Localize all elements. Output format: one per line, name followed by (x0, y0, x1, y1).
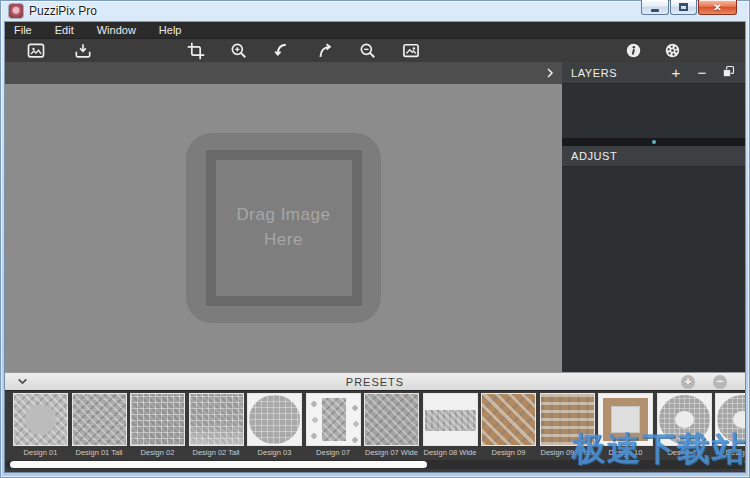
settings-button[interactable] (657, 39, 687, 63)
preset-image-circle (247, 393, 302, 446)
preset-image-tan-wide (540, 393, 595, 446)
title-bar[interactable]: PuzziPix Pro ✕ (0, 0, 750, 22)
preset-thumbnail[interactable]: Design 07 Wide (364, 393, 419, 468)
canvas-column: Drag Image Here (5, 62, 562, 372)
menu-bar: FileEditWindowHelp (5, 22, 745, 38)
app-window: PuzziPix Pro ✕ FileEditWindowHelp (0, 0, 750, 478)
undo-button[interactable] (267, 39, 297, 63)
panel-divider[interactable] (562, 138, 745, 146)
preset-image-dense (72, 393, 127, 446)
layers-actions: + − (668, 64, 736, 81)
preset-label: Design 02 Tall (189, 448, 244, 458)
crop-button[interactable] (181, 39, 211, 63)
preset-image-grid (130, 393, 185, 446)
import-image-icon (72, 41, 94, 61)
preset-image-wide-texture (364, 393, 419, 446)
menu-edit[interactable]: Edit (46, 24, 83, 36)
preset-label: Design 03 (247, 448, 302, 458)
preset-image-frame-scatter (13, 393, 68, 446)
minimize-button[interactable] (641, 0, 669, 15)
preset-image-grid-fade (189, 393, 244, 446)
chevron-right-icon (544, 67, 556, 79)
duplicate-layer-button[interactable] (720, 64, 736, 81)
info-button[interactable] (618, 39, 648, 63)
minimize-icon (651, 9, 659, 12)
presets-strip: Design 01 SquareDesign 01 TallDesign 02 … (5, 391, 745, 472)
preset-thumbnail[interactable]: Design 09 Wide (540, 393, 595, 468)
menu-help[interactable]: Help (150, 24, 191, 36)
canvas-top-strip (5, 62, 562, 84)
window-controls: ✕ (641, 0, 737, 15)
redo-icon (315, 41, 335, 61)
layers-list[interactable] (562, 84, 745, 138)
image-drop-zone[interactable]: Drag Image Here (186, 133, 381, 323)
import-image-button[interactable] (68, 39, 98, 63)
panel-resize-handle[interactable] (652, 140, 656, 144)
preset-label: Design 07 Wide (364, 448, 419, 458)
close-button[interactable]: ✕ (698, 0, 737, 15)
settings-gear-icon (663, 41, 682, 60)
app-frame: FileEditWindowHelp (5, 22, 745, 472)
add-layer-button[interactable]: + (668, 65, 684, 80)
main-area: Drag Image Here LAYERS + − (5, 62, 745, 372)
remove-layer-button[interactable]: − (694, 65, 710, 80)
duplicate-layer-icon (721, 64, 736, 79)
layers-panel-header: LAYERS + − (562, 62, 745, 84)
preset-thumbnail[interactable]: Design 01 Square (13, 393, 68, 468)
maximize-button[interactable] (670, 0, 697, 15)
preset-list: Design 01 SquareDesign 01 TallDesign 02 … (13, 393, 745, 468)
window-title: PuzziPix Pro (29, 4, 97, 18)
maximize-icon (679, 3, 688, 11)
preset-image-photo-frame (598, 393, 653, 446)
zoom-in-icon (229, 41, 249, 61)
undo-icon (272, 41, 292, 61)
presets-scrollbar[interactable] (5, 460, 745, 469)
preset-thumbnail[interactable]: Design 02 Square (130, 393, 185, 468)
presets-panel: PRESETS + − Design 01 SquareDesign 01 Ta… (5, 372, 745, 472)
toolbar (5, 38, 745, 62)
export-image-button[interactable] (396, 39, 426, 63)
preset-remove-button[interactable]: − (713, 375, 727, 389)
menu-window[interactable]: Window (88, 24, 145, 36)
preset-image-ring (657, 393, 712, 446)
preset-image-skyline (423, 393, 478, 446)
preset-thumbnail[interactable]: Design 11 Square (657, 393, 712, 468)
preset-label: Design 08 Wide (423, 448, 478, 458)
drop-zone-frame: Drag Image Here (206, 150, 362, 306)
adjust-panel-header: ADJUST (562, 146, 745, 167)
preset-thumbnail[interactable]: Design 08 Wide (423, 393, 478, 468)
right-panel: LAYERS + − (562, 62, 745, 372)
zoom-out-button[interactable] (353, 39, 383, 63)
presets-header: PRESETS + − (5, 372, 745, 391)
redo-button[interactable] (310, 39, 340, 63)
zoom-out-icon (358, 41, 378, 61)
open-image-icon (25, 41, 47, 61)
layers-panel-title: LAYERS (571, 67, 617, 79)
canvas[interactable]: Drag Image Here (5, 84, 562, 372)
preset-thumbnail[interactable]: Design 09 Square (481, 393, 536, 468)
zoom-in-button[interactable] (224, 39, 254, 63)
drop-zone-hint: Drag Image Here (223, 203, 345, 252)
preset-image-tan-scatter (481, 393, 536, 446)
preset-label: Design 01 Tall (72, 448, 127, 458)
preset-thumbnail[interactable]: Design 01 Tall (72, 393, 127, 468)
presets-title: PRESETS (5, 376, 745, 388)
open-image-button[interactable] (21, 39, 51, 63)
adjust-panel-title: ADJUST (571, 150, 617, 162)
preset-image-ring (715, 393, 745, 446)
export-image-icon (400, 41, 422, 61)
collapse-panel-button[interactable] (541, 64, 559, 82)
presets-scrollbar-thumb[interactable] (10, 461, 427, 468)
preset-add-button[interactable]: + (681, 375, 695, 389)
preset-thumbnail[interactable]: Design 02 Tall (189, 393, 244, 468)
preset-label: Design 09 Wide (540, 448, 595, 458)
crop-icon (186, 41, 206, 61)
preset-image-butterfly-panel (306, 393, 361, 446)
preset-thumbnail[interactable]: Design 12 Square (715, 393, 745, 468)
menu-file[interactable]: File (5, 24, 41, 36)
info-icon (624, 41, 643, 60)
preset-thumbnail[interactable]: Design 07 Square (306, 393, 361, 468)
preset-thumbnail[interactable]: Design 03 (247, 393, 302, 468)
adjust-panel-body (562, 167, 745, 372)
preset-thumbnail[interactable]: Design 10 Square (598, 393, 653, 468)
